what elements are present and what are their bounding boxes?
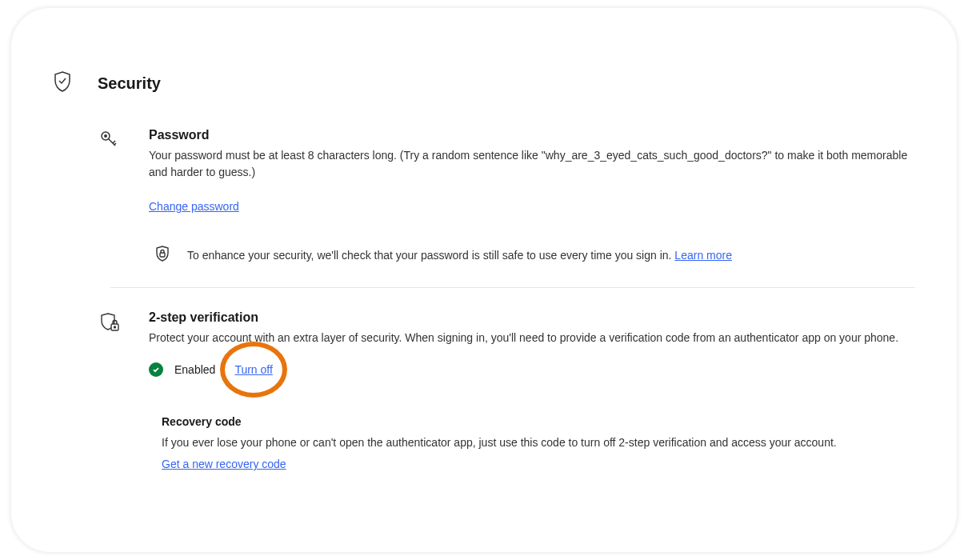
lock-shield-icon — [155, 246, 170, 265]
password-body: Password Your password must be at least … — [149, 128, 915, 265]
two-step-body: 2-step verification Protect your account… — [149, 310, 915, 471]
section-divider — [110, 287, 915, 288]
password-note: To enhance your security, we'll check th… — [149, 246, 915, 265]
learn-more-link[interactable]: Learn more — [674, 249, 732, 262]
two-step-section: 2-step verification Protect your account… — [53, 310, 915, 471]
svg-rect-2 — [160, 253, 165, 257]
shield-check-icon — [53, 70, 72, 96]
password-title: Password — [149, 128, 915, 142]
security-header: Security — [53, 70, 915, 96]
recovery-desc: If you ever lose your phone or can't ope… — [162, 436, 915, 449]
change-password-link[interactable]: Change password — [149, 200, 239, 213]
page-title: Security — [98, 74, 161, 93]
recovery-block: Recovery code If you ever lose your phon… — [149, 415, 915, 471]
check-circle-icon — [149, 362, 163, 377]
password-section: Password Your password must be at least … — [53, 128, 915, 265]
two-step-status: Enabled Turn off — [149, 362, 915, 377]
recovery-title: Recovery code — [162, 415, 915, 428]
key-icon — [99, 128, 118, 265]
turn-off-link[interactable]: Turn off — [234, 363, 272, 376]
status-enabled-label: Enabled — [174, 363, 215, 376]
shield-lock-icon — [99, 310, 118, 471]
security-card: Security Password Your password must be … — [11, 8, 957, 552]
two-step-title: 2-step verification — [149, 310, 915, 325]
password-note-text: To enhance your security, we'll check th… — [187, 249, 732, 262]
turn-off-wrap: Turn off — [234, 363, 272, 376]
svg-point-1 — [105, 135, 106, 137]
svg-point-4 — [114, 326, 116, 328]
two-step-desc: Protect your account with an extra layer… — [149, 330, 915, 346]
get-recovery-code-link[interactable]: Get a new recovery code — [162, 458, 286, 470]
password-desc: Your password must be at least 8 charact… — [149, 147, 915, 181]
